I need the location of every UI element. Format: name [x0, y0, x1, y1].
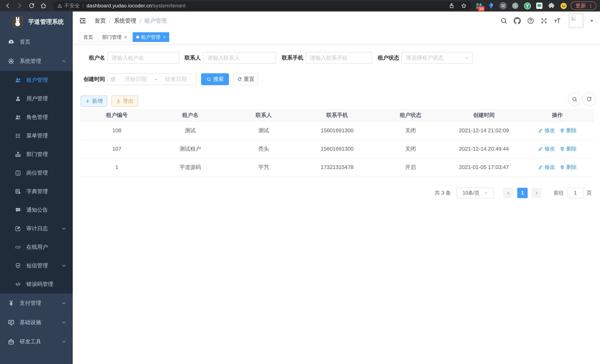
sidebar-item-system[interactable]: 系统管理: [0, 52, 73, 71]
security-warning-icon[interactable]: [57, 3, 62, 8]
date-end-placeholder[interactable]: 结束日期: [158, 75, 194, 83]
dashboard-icon: [8, 38, 14, 45]
contact-label: 联系人: [184, 54, 201, 62]
contact-input[interactable]: [203, 52, 276, 64]
toggle-search-button[interactable]: [568, 93, 581, 106]
yen-icon: [8, 300, 14, 307]
status-select[interactable]: 请选择租户状态: [402, 52, 473, 64]
extensions-puzzle-icon[interactable]: [548, 2, 555, 9]
sidebar-item-errcode[interactable]: 错误码管理: [0, 275, 73, 293]
url-path: /system/tenant: [152, 3, 186, 9]
extension-y-icon[interactable]: [524, 2, 531, 9]
date-start-placeholder[interactable]: 开始日期: [118, 75, 154, 83]
address-bar[interactable]: 不安全 dashboard.yudao.iocoder.cn/system/te…: [53, 1, 472, 10]
search-button[interactable]: 搜索: [201, 73, 229, 85]
sidebar-item-notice[interactable]: 通知公告: [0, 201, 73, 219]
sidebar-item-menu[interactable]: 菜单管理: [0, 127, 73, 145]
sidebar-item-sms[interactable]: 短信管理: [0, 256, 73, 275]
goto-page-input[interactable]: [567, 187, 584, 198]
next-page-button[interactable]: [531, 188, 542, 198]
active-tab-dot: [136, 36, 139, 38]
sidebar-item-pay[interactable]: 支付管理: [0, 293, 73, 313]
extension-command-icon[interactable]: [499, 2, 507, 9]
sidebar-item-devtool[interactable]: 研发工具: [0, 332, 73, 351]
notice-icon: [15, 207, 21, 213]
tenant-name-input[interactable]: [107, 52, 180, 64]
sidebar-item-role[interactable]: 角色管理: [0, 108, 73, 127]
browser-back-icon[interactable]: [4, 2, 11, 9]
status-select-placeholder: 请选择租户状态: [406, 54, 464, 62]
sidebar-item-user[interactable]: 用户管理: [0, 89, 73, 108]
mobile-input[interactable]: [306, 52, 372, 64]
sidebar-item-post[interactable]: 岗位管理: [0, 164, 73, 182]
security-label[interactable]: 不安全: [64, 2, 80, 9]
delete-button[interactable]: 删除: [560, 145, 577, 152]
dict-icon: [15, 188, 21, 195]
browser-update-button[interactable]: 更新: [571, 1, 596, 10]
tab-tenant[interactable]: 租户管理×: [133, 32, 169, 42]
edit-button[interactable]: 修改: [538, 127, 555, 134]
edit-button[interactable]: 修改: [538, 164, 555, 171]
browser-menu-icon[interactable]: [588, 3, 593, 8]
sidebar-item-home[interactable]: 首页: [0, 32, 73, 52]
sidebar-item-dict[interactable]: 字典管理: [0, 182, 73, 201]
cell-mobile: 17321315478: [300, 158, 374, 177]
tenant-table: 租户编号租户名联系人联系手机租户状态创建时间操作 108测试测试15601691…: [80, 109, 594, 177]
browser-home-icon[interactable]: [40, 2, 47, 9]
cell-mobile: 15601691300: [300, 140, 374, 158]
date-range-picker[interactable]: 开始日期 - 结束日期: [107, 73, 197, 85]
avatar-caret-down-icon[interactable]: [589, 18, 594, 23]
tab-close-icon[interactable]: ×: [124, 35, 127, 39]
tab-home[interactable]: 首页: [80, 32, 96, 42]
share-icon[interactable]: [449, 3, 455, 9]
chevron-down-icon: [464, 56, 469, 60]
extension-chat-icon[interactable]: [536, 2, 543, 9]
table-column-header: 租户状态: [374, 109, 447, 121]
page-number-button[interactable]: 1: [517, 188, 528, 198]
avatar[interactable]: [569, 14, 583, 28]
export-button-label: 导出: [123, 97, 134, 105]
bookmark-star-icon[interactable]: [461, 3, 467, 9]
page-suffix: 页: [587, 189, 592, 196]
breadcrumb-item[interactable]: 首页: [95, 17, 106, 25]
reset-button[interactable]: 重置: [233, 73, 258, 85]
cell-contact: 测试: [227, 121, 300, 140]
browser-forward-icon[interactable]: [16, 2, 23, 9]
profile-avatar-icon[interactable]: [560, 2, 567, 9]
tab-close-icon[interactable]: ×: [163, 35, 166, 39]
table-refresh-button[interactable]: [582, 93, 596, 106]
sidebar-fold-icon[interactable]: [79, 17, 87, 25]
delete-button[interactable]: 删除: [560, 164, 577, 171]
edit-button[interactable]: 修改: [538, 145, 555, 152]
delete-button[interactable]: 删除: [560, 127, 577, 134]
extension-record-icon[interactable]: [512, 2, 519, 9]
fullscreen-icon[interactable]: [540, 17, 548, 25]
sidebar-item-tenant[interactable]: 租户管理: [0, 71, 73, 89]
add-button[interactable]: 新增: [81, 95, 107, 107]
calendar-icon: [110, 76, 116, 82]
extension-squares-icon[interactable]: 10: [475, 2, 483, 9]
refresh-icon: [237, 77, 242, 82]
export-button[interactable]: 导出: [112, 95, 138, 107]
page-size-select[interactable]: 10条/页: [457, 187, 494, 198]
header-search-icon[interactable]: [500, 17, 508, 25]
help-icon[interactable]: [527, 17, 534, 25]
prev-page-button[interactable]: [503, 188, 514, 198]
github-icon[interactable]: [514, 17, 521, 25]
sidebar-item-dept[interactable]: 部门管理: [0, 145, 73, 164]
cell-name: 芋道源码: [154, 158, 227, 177]
browser-reload-icon[interactable]: [28, 2, 35, 9]
extension-kite-icon[interactable]: [488, 2, 495, 9]
sidebar-item-online[interactable]: 在线用户: [0, 238, 73, 256]
infra-icon: [8, 319, 14, 326]
breadcrumb: 首页/系统管理/租户管理: [95, 17, 167, 25]
pagination: 共 3 条 10条/页 1 前往 页: [435, 187, 592, 198]
sidebar-item-audit[interactable]: 审计日志: [0, 219, 73, 238]
sidebar-item-infra[interactable]: 基础设施: [0, 313, 73, 332]
tab-dept[interactable]: 部门管理×: [99, 32, 131, 42]
goto-label: 前往: [554, 189, 564, 196]
font-size-icon[interactable]: [554, 17, 561, 25]
breadcrumb-item[interactable]: 系统管理: [114, 17, 136, 25]
sidebar-item-label: 错误码管理: [26, 280, 66, 288]
app-logo[interactable]: 芋道管理系统: [0, 11, 73, 32]
